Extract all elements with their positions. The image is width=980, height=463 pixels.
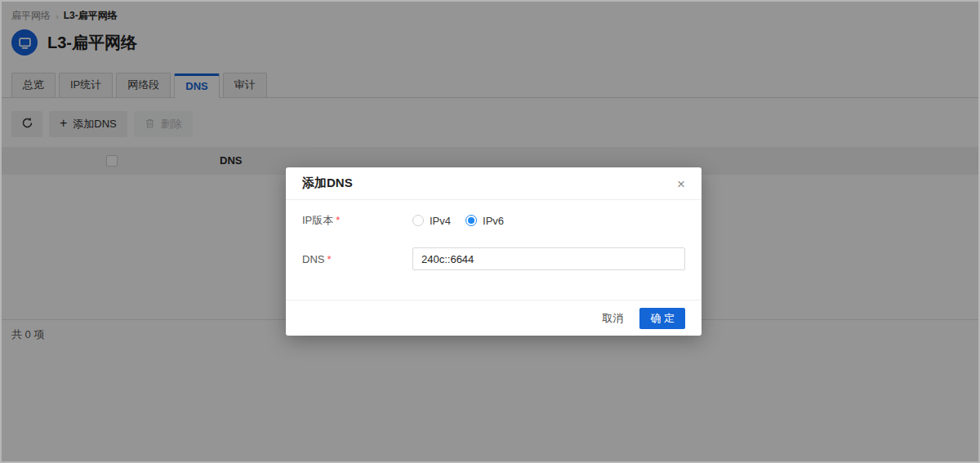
required-asterisk: * <box>327 253 331 265</box>
radio-option-ipv6[interactable]: IPv6 <box>466 215 504 227</box>
ipv6-radio-label: IPv6 <box>483 215 504 227</box>
ip-version-radio-group: IPv4 IPv6 <box>412 215 504 227</box>
required-asterisk: * <box>336 214 340 226</box>
ipv4-radio-label: IPv4 <box>430 215 451 227</box>
dns-input[interactable] <box>412 247 685 270</box>
dns-row: DNS* <box>302 247 685 270</box>
confirm-button[interactable]: 确 定 <box>639 308 685 329</box>
ip-version-label: IP版本* <box>302 213 412 228</box>
dns-label: DNS* <box>302 253 412 265</box>
ipv4-radio[interactable] <box>412 215 424 226</box>
add-dns-modal: 添加DNS × IP版本* IPv4 IPv6 DNS* 取消 确 定 <box>286 167 702 336</box>
close-icon[interactable]: × <box>674 174 688 194</box>
cancel-button[interactable]: 取消 <box>602 311 623 326</box>
ipv6-radio[interactable] <box>466 215 477 226</box>
modal-title: 添加DNS <box>302 176 353 191</box>
ip-version-row: IP版本* IPv4 IPv6 <box>302 213 685 228</box>
modal-body: IP版本* IPv4 IPv6 DNS* <box>286 200 702 300</box>
modal-footer: 取消 确 定 <box>286 300 702 336</box>
modal-header: 添加DNS × <box>286 167 702 200</box>
radio-option-ipv4[interactable]: IPv4 <box>412 215 451 227</box>
